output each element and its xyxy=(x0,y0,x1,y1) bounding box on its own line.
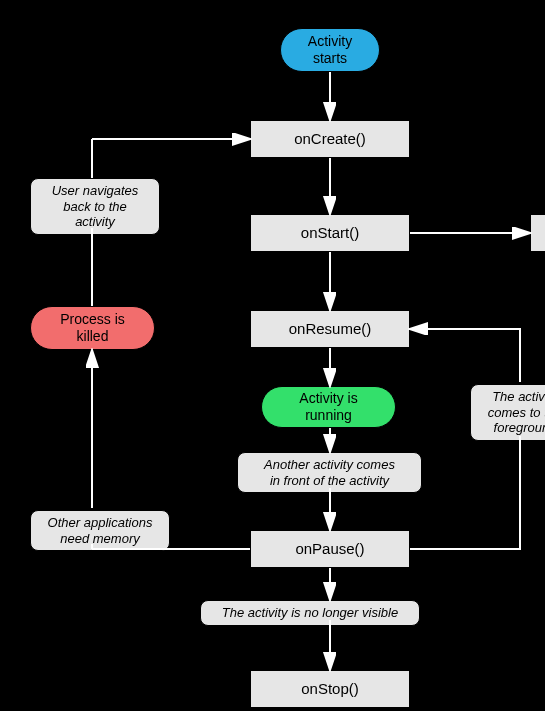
node-onresume: onResume() xyxy=(250,310,410,348)
label-no-longer-visible: The activity is no longer visible xyxy=(200,600,420,626)
node-process-killed: Process is killed xyxy=(30,306,155,350)
label-user-navigates-back: User navigates back to the activity xyxy=(30,178,160,235)
node-onpause: onPause() xyxy=(250,530,410,568)
node-activity-running: Activity is running xyxy=(261,386,396,428)
node-onstop: onStop() xyxy=(250,670,410,708)
node-activity-starts: Activity starts xyxy=(280,28,380,72)
partial-right-box xyxy=(530,214,545,252)
label-other-apps-memory: Other applications need memory xyxy=(30,510,170,551)
label-activity-foreground: The activity comes to the foreground xyxy=(470,384,545,441)
label-another-activity-front: Another activity comes in front of the a… xyxy=(237,452,422,493)
node-oncreate: onCreate() xyxy=(250,120,410,158)
node-onstart: onStart() xyxy=(250,214,410,252)
